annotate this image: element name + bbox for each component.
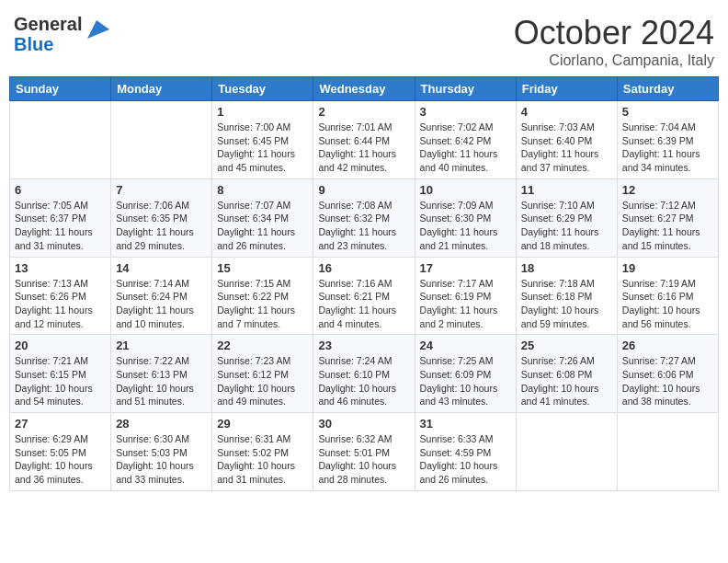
day-info: Sunrise: 7:17 AMSunset: 6:19 PMDaylight:… xyxy=(420,277,511,331)
day-info: Sunrise: 7:15 AMSunset: 6:22 PMDaylight:… xyxy=(217,277,308,331)
calendar-week-row: 27Sunrise: 6:29 AMSunset: 5:05 PMDayligh… xyxy=(10,413,719,491)
table-row: 19Sunrise: 7:19 AMSunset: 6:16 PMDayligh… xyxy=(617,257,718,335)
day-number: 2 xyxy=(318,105,409,119)
col-monday: Monday xyxy=(111,77,212,101)
table-row: 3Sunrise: 7:02 AMSunset: 6:42 PMDaylight… xyxy=(415,101,516,179)
col-thursday: Thursday xyxy=(415,77,516,101)
table-row: 13Sunrise: 7:13 AMSunset: 6:26 PMDayligh… xyxy=(10,257,111,335)
day-number: 27 xyxy=(15,417,106,431)
day-number: 28 xyxy=(116,417,207,431)
day-number: 6 xyxy=(15,183,106,197)
day-info: Sunrise: 7:00 AMSunset: 6:45 PMDaylight:… xyxy=(217,121,308,175)
day-info: Sunrise: 7:23 AMSunset: 6:12 PMDaylight:… xyxy=(217,354,308,408)
logo-general: General xyxy=(14,14,82,34)
day-info: Sunrise: 7:13 AMSunset: 6:26 PMDaylight:… xyxy=(15,277,106,331)
day-number: 9 xyxy=(318,183,409,197)
day-number: 3 xyxy=(420,105,511,119)
day-info: Sunrise: 7:04 AMSunset: 6:39 PMDaylight:… xyxy=(622,121,713,175)
day-number: 12 xyxy=(622,183,713,197)
day-info: Sunrise: 7:26 AMSunset: 6:08 PMDaylight:… xyxy=(521,354,612,408)
day-number: 21 xyxy=(116,339,207,352)
day-info: Sunrise: 7:14 AMSunset: 6:24 PMDaylight:… xyxy=(116,277,207,331)
logo-icon xyxy=(84,17,109,42)
table-row xyxy=(617,413,718,491)
day-info: Sunrise: 7:12 AMSunset: 6:27 PMDaylight:… xyxy=(622,199,713,253)
table-row: 30Sunrise: 6:32 AMSunset: 5:01 PMDayligh… xyxy=(313,413,415,491)
table-row: 5Sunrise: 7:04 AMSunset: 6:39 PMDaylight… xyxy=(617,101,718,179)
location: Ciorlano, Campania, Italy xyxy=(514,52,714,69)
day-info: Sunrise: 7:27 AMSunset: 6:06 PMDaylight:… xyxy=(622,354,713,408)
day-info: Sunrise: 7:24 AMSunset: 6:10 PMDaylight:… xyxy=(318,354,409,408)
day-number: 23 xyxy=(318,339,409,352)
day-info: Sunrise: 7:09 AMSunset: 6:30 PMDaylight:… xyxy=(420,199,511,253)
calendar-table: Sunday Monday Tuesday Wednesday Thursday… xyxy=(9,76,719,491)
day-number: 19 xyxy=(622,261,713,275)
svg-marker-0 xyxy=(87,20,109,39)
col-tuesday: Tuesday xyxy=(212,77,313,101)
day-info: Sunrise: 6:31 AMSunset: 5:02 PMDaylight:… xyxy=(217,432,308,487)
day-number: 10 xyxy=(420,183,511,197)
day-number: 17 xyxy=(420,261,511,275)
day-number: 1 xyxy=(217,105,308,119)
day-number: 22 xyxy=(217,339,308,352)
day-info: Sunrise: 7:07 AMSunset: 6:34 PMDaylight:… xyxy=(217,199,308,253)
day-number: 29 xyxy=(217,417,308,431)
calendar-header-row: Sunday Monday Tuesday Wednesday Thursday… xyxy=(10,77,719,101)
day-number: 13 xyxy=(15,261,106,275)
table-row: 4Sunrise: 7:03 AMSunset: 6:40 PMDaylight… xyxy=(516,101,617,179)
table-row: 23Sunrise: 7:24 AMSunset: 6:10 PMDayligh… xyxy=(313,335,415,413)
day-number: 20 xyxy=(15,339,106,352)
day-info: Sunrise: 7:21 AMSunset: 6:15 PMDaylight:… xyxy=(15,354,106,408)
table-row: 22Sunrise: 7:23 AMSunset: 6:12 PMDayligh… xyxy=(212,335,313,413)
day-number: 25 xyxy=(521,339,612,352)
day-number: 14 xyxy=(116,261,207,275)
table-row: 11Sunrise: 7:10 AMSunset: 6:29 PMDayligh… xyxy=(516,178,617,257)
day-info: Sunrise: 7:02 AMSunset: 6:42 PMDaylight:… xyxy=(420,121,511,175)
day-info: Sunrise: 7:03 AMSunset: 6:40 PMDaylight:… xyxy=(521,121,612,175)
logo-blue: Blue xyxy=(14,34,53,54)
table-row: 12Sunrise: 7:12 AMSunset: 6:27 PMDayligh… xyxy=(617,178,718,257)
day-info: Sunrise: 6:33 AMSunset: 4:59 PMDaylight:… xyxy=(420,432,511,487)
table-row: 14Sunrise: 7:14 AMSunset: 6:24 PMDayligh… xyxy=(111,257,212,335)
day-info: Sunrise: 7:16 AMSunset: 6:21 PMDaylight:… xyxy=(318,277,409,331)
table-row: 18Sunrise: 7:18 AMSunset: 6:18 PMDayligh… xyxy=(516,257,617,335)
table-row: 27Sunrise: 6:29 AMSunset: 5:05 PMDayligh… xyxy=(10,413,111,491)
day-info: Sunrise: 7:06 AMSunset: 6:35 PMDaylight:… xyxy=(116,199,207,253)
day-number: 4 xyxy=(521,105,612,119)
table-row xyxy=(111,101,212,179)
day-number: 18 xyxy=(521,261,612,275)
table-row: 9Sunrise: 7:08 AMSunset: 6:32 PMDaylight… xyxy=(313,178,415,257)
table-row: 15Sunrise: 7:15 AMSunset: 6:22 PMDayligh… xyxy=(212,257,313,335)
month-year: October 2024 xyxy=(514,14,714,52)
table-row xyxy=(516,413,617,491)
table-row: 26Sunrise: 7:27 AMSunset: 6:06 PMDayligh… xyxy=(617,335,718,413)
day-info: Sunrise: 7:25 AMSunset: 6:09 PMDaylight:… xyxy=(420,354,511,408)
calendar-week-row: 13Sunrise: 7:13 AMSunset: 6:26 PMDayligh… xyxy=(10,257,719,335)
table-row: 29Sunrise: 6:31 AMSunset: 5:02 PMDayligh… xyxy=(212,413,313,491)
table-row: 6Sunrise: 7:05 AMSunset: 6:37 PMDaylight… xyxy=(10,178,111,257)
col-sunday: Sunday xyxy=(10,77,111,101)
table-row: 10Sunrise: 7:09 AMSunset: 6:30 PMDayligh… xyxy=(415,178,516,257)
table-row xyxy=(10,101,111,179)
calendar-week-row: 20Sunrise: 7:21 AMSunset: 6:15 PMDayligh… xyxy=(10,335,719,413)
day-info: Sunrise: 6:32 AMSunset: 5:01 PMDaylight:… xyxy=(318,432,409,487)
day-info: Sunrise: 7:18 AMSunset: 6:18 PMDaylight:… xyxy=(521,277,612,331)
col-friday: Friday xyxy=(516,77,617,101)
day-number: 26 xyxy=(622,339,713,352)
table-row: 17Sunrise: 7:17 AMSunset: 6:19 PMDayligh… xyxy=(415,257,516,335)
day-number: 30 xyxy=(318,417,409,431)
table-row: 2Sunrise: 7:01 AMSunset: 6:44 PMDaylight… xyxy=(313,101,415,179)
day-info: Sunrise: 7:19 AMSunset: 6:16 PMDaylight:… xyxy=(622,277,713,331)
calendar-week-row: 6Sunrise: 7:05 AMSunset: 6:37 PMDaylight… xyxy=(10,178,719,257)
day-number: 31 xyxy=(420,417,511,431)
table-row: 21Sunrise: 7:22 AMSunset: 6:13 PMDayligh… xyxy=(111,335,212,413)
day-info: Sunrise: 7:22 AMSunset: 6:13 PMDaylight:… xyxy=(116,354,207,408)
col-saturday: Saturday xyxy=(617,77,718,101)
day-info: Sunrise: 6:30 AMSunset: 5:03 PMDaylight:… xyxy=(116,432,207,487)
day-number: 5 xyxy=(622,105,713,119)
day-info: Sunrise: 7:05 AMSunset: 6:37 PMDaylight:… xyxy=(15,199,106,253)
table-row: 7Sunrise: 7:06 AMSunset: 6:35 PMDaylight… xyxy=(111,178,212,257)
day-number: 16 xyxy=(318,261,409,275)
table-row: 31Sunrise: 6:33 AMSunset: 4:59 PMDayligh… xyxy=(415,413,516,491)
table-row: 20Sunrise: 7:21 AMSunset: 6:15 PMDayligh… xyxy=(10,335,111,413)
